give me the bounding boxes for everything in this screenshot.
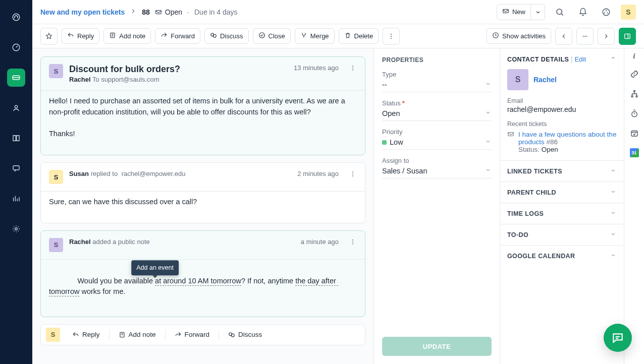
note-icon — [109, 32, 116, 40]
message-header-sub: Rachel added a public note — [69, 238, 295, 246]
svg-point-3 — [15, 105, 17, 108]
svg-rect-7 — [503, 10, 509, 13]
star-button[interactable] — [40, 28, 58, 45]
reply-button[interactable]: Reply — [62, 28, 99, 44]
svg-point-0 — [13, 14, 20, 21]
nav-dashboard-icon[interactable] — [7, 38, 25, 56]
add-event-tooltip: Add an event — [131, 260, 179, 276]
message-menu[interactable] — [349, 64, 357, 74]
action-toolbar: Reply Add note Forward Discuss Close Mer… — [32, 24, 644, 48]
ticket-icon — [507, 131, 514, 139]
replybar-add-note[interactable]: Add note — [113, 328, 162, 341]
nav-kb-icon[interactable] — [7, 129, 25, 147]
ticket-id: 88 — [142, 8, 150, 16]
field-priority: Priority Low — [382, 128, 492, 150]
check-icon — [258, 32, 265, 40]
field-type: Type -- — [382, 71, 492, 92]
ticket-pager-more[interactable] — [576, 28, 594, 45]
avatar: S — [49, 170, 63, 184]
sender-name[interactable]: Rachel — [69, 238, 91, 246]
message-menu[interactable] — [349, 238, 357, 248]
edit-contact-link[interactable]: Edit — [575, 55, 586, 63]
message-time: 13 minutes ago — [294, 64, 339, 72]
apps-button[interactable] — [598, 4, 615, 21]
section-linked-tickets[interactable]: LINKED TICKETS — [500, 160, 624, 181]
new-button-group: New — [497, 4, 545, 20]
recent-ticket-link[interactable]: I have a few questions about the product… — [518, 131, 616, 146]
section-parent-child[interactable]: PARENT CHILD — [500, 181, 624, 203]
message-menu[interactable] — [349, 170, 357, 179]
merge-button[interactable]: Merge — [295, 28, 335, 44]
calendar-check-icon[interactable] — [630, 129, 639, 139]
google-calendar-icon[interactable]: 31 — [630, 148, 639, 157]
delete-button[interactable]: Delete — [339, 28, 379, 44]
chevron-up-icon[interactable] — [610, 54, 617, 63]
replybar-reply[interactable]: Reply — [66, 328, 106, 341]
nav-chat-icon[interactable] — [7, 159, 25, 177]
status-select[interactable]: Open — [382, 108, 492, 121]
show-activities-button[interactable]: Show activities — [487, 28, 551, 44]
forward-button[interactable]: Forward — [155, 28, 200, 44]
assign-select[interactable]: Sales / Susan — [382, 165, 492, 178]
nav-tickets-icon[interactable] — [7, 69, 25, 87]
svg-point-28 — [352, 171, 353, 172]
chat-fab[interactable] — [604, 324, 632, 352]
user-avatar[interactable]: S — [621, 5, 636, 20]
contact-panel: CONTACT DETAILS | Edit S Rachel Email ra… — [500, 48, 624, 364]
replybar-discuss[interactable]: Discuss — [222, 328, 268, 341]
breadcrumb: New and my open tickets 88 Open · Due in… — [40, 8, 238, 16]
top-header: New and my open tickets 88 Open · Due in… — [32, 0, 644, 24]
update-button[interactable]: UPDATE — [382, 337, 492, 356]
hierarchy-icon[interactable] — [630, 89, 639, 100]
nav-reports-icon[interactable] — [7, 190, 25, 208]
nav-logo-icon[interactable] — [7, 8, 25, 26]
sender-name[interactable]: Rachel — [69, 76, 91, 83]
svg-point-12 — [607, 12, 608, 13]
prev-ticket-button[interactable] — [555, 28, 572, 45]
chevron-right-icon — [130, 8, 137, 16]
search-button[interactable] — [551, 4, 568, 21]
datetime-suggestion[interactable]: at around 10 AM tomorrow — [155, 277, 241, 286]
message-card: S Discount for bulk orders? Rachel To su… — [40, 56, 365, 155]
message-body: Hello! I need to purchase an assorted se… — [49, 96, 357, 140]
type-select[interactable]: -- — [382, 79, 492, 92]
info-icon[interactable]: i — [633, 52, 635, 60]
note-card: S Rachel added a public note a minute ag… — [40, 230, 365, 317]
nav-settings-icon[interactable] — [7, 220, 25, 238]
nav-contacts-icon[interactable] — [7, 99, 25, 117]
breadcrumb-link[interactable]: New and my open tickets — [40, 8, 125, 16]
more-actions-button[interactable] — [383, 28, 400, 45]
svg-point-39 — [631, 96, 633, 97]
svg-point-32 — [352, 241, 353, 242]
sender-name[interactable]: Susan — [69, 170, 89, 177]
recipient-addr: support@sauls.com — [101, 76, 159, 83]
message-header-sub: Susan replied to rachel@empower.edu — [69, 170, 291, 177]
link-icon[interactable] — [630, 70, 639, 80]
next-ticket-button[interactable] — [598, 28, 615, 45]
priority-select[interactable]: Low — [382, 137, 492, 150]
close-button[interactable]: Close — [253, 28, 291, 44]
new-button[interactable]: New — [497, 4, 531, 20]
svg-point-40 — [636, 96, 637, 97]
stopwatch-icon[interactable] — [630, 109, 639, 119]
field-assign: Assign to Sales / Susan — [382, 157, 492, 178]
svg-rect-4 — [13, 166, 19, 170]
forward-icon — [160, 32, 168, 40]
toggle-sidebar-button[interactable] — [619, 28, 636, 45]
chevron-down-icon — [610, 230, 617, 239]
contact-name-link[interactable]: Rachel — [533, 76, 557, 84]
recent-ticket-row: I have a few questions about the product… — [507, 131, 617, 153]
add-note-button[interactable]: Add note — [103, 28, 151, 44]
new-dropdown[interactable] — [531, 4, 545, 20]
contact-avatar: S — [507, 69, 528, 90]
recipient-addr: rachel@empower.edu — [122, 170, 186, 177]
contact-email: rachel@empower.edu — [507, 105, 617, 113]
section-google-calendar[interactable]: GOOGLE CALENDAR — [500, 245, 624, 266]
chevron-down-icon — [610, 167, 617, 175]
notifications-button[interactable] — [574, 4, 592, 21]
replybar-forward[interactable]: Forward — [169, 328, 216, 341]
discuss-button[interactable]: Discuss — [204, 28, 249, 44]
section-time-logs[interactable]: TIME LOGS — [500, 203, 624, 224]
recent-tickets-label: Recent tickets — [507, 120, 617, 128]
section-todo[interactable]: TO-DO — [500, 224, 624, 245]
